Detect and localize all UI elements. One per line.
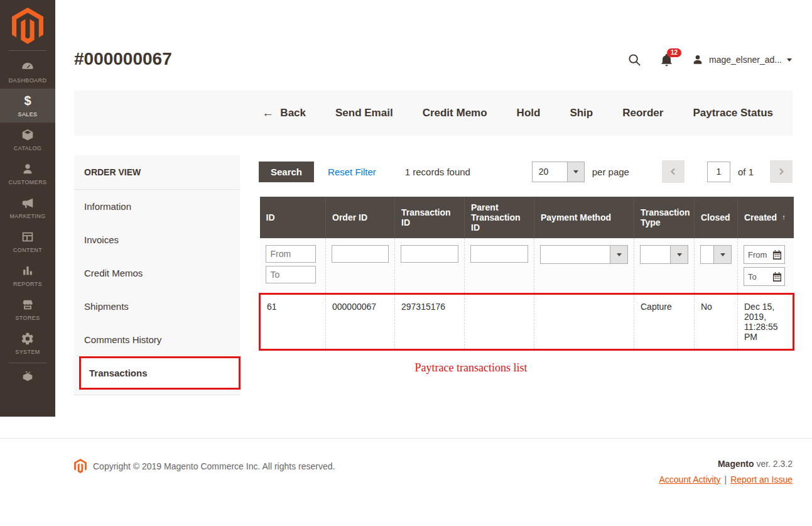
- header-actions: 12 mage_elsner_ad...: [627, 49, 792, 70]
- extensions-icon: [21, 370, 35, 383]
- sidebar-item-content[interactable]: CONTENT: [0, 224, 55, 258]
- report-an-issue-link[interactable]: Report an Issue: [730, 474, 793, 485]
- sidebar-item-label: STORES: [15, 315, 40, 321]
- send-email-button[interactable]: Send Email: [335, 107, 393, 119]
- order-view-item-comments-history[interactable]: Comments History: [74, 323, 240, 356]
- column-header-closed[interactable]: Closed: [695, 197, 738, 238]
- table-header-row: ID Order ID Transaction ID Parent Transa…: [260, 197, 794, 238]
- pager: of 1: [662, 160, 793, 183]
- notifications-button[interactable]: 12: [659, 53, 674, 67]
- sidebar-item-label: MARKETING: [9, 213, 45, 219]
- chevron-down-icon: [671, 245, 688, 264]
- sidebar: DASHBOARD $ SALES CATALOG CUSTOMERS MARK…: [0, 0, 55, 417]
- column-header-payment-method[interactable]: Payment Method: [534, 197, 634, 238]
- svg-text:$: $: [24, 94, 31, 107]
- column-header-transaction-id[interactable]: Transaction ID: [395, 197, 465, 238]
- sidebar-divider: [9, 50, 46, 51]
- user-menu[interactable]: mage_elsner_ad...: [691, 53, 792, 66]
- previous-page-button[interactable]: [662, 160, 685, 183]
- sales-icon: $: [21, 94, 35, 108]
- per-page-value: 20: [532, 162, 568, 182]
- sidebar-item-label: CUSTOMERS: [9, 179, 47, 185]
- column-header-id[interactable]: ID: [260, 197, 326, 238]
- cell-parent-transaction-id: [465, 294, 534, 350]
- global-search-button[interactable]: [627, 53, 642, 67]
- current-page-input[interactable]: [707, 162, 730, 182]
- sidebar-item-dashboard[interactable]: DASHBOARD: [0, 55, 55, 89]
- sidebar-item-label: DASHBOARD: [9, 77, 47, 84]
- page-title: #000000067: [74, 49, 172, 69]
- order-view-item-invoices[interactable]: Invoices: [74, 223, 240, 256]
- stores-icon: [21, 298, 35, 312]
- order-view-item-credit-memos[interactable]: Credit Memos: [74, 256, 240, 290]
- grid-toolbar: Search Reset Filter 1 records found 20 p…: [259, 160, 793, 183]
- column-header-created[interactable]: Created↑: [738, 197, 794, 238]
- search-button[interactable]: Search: [259, 162, 314, 182]
- search-icon: [627, 53, 642, 67]
- cell-created: Dec 15, 2019, 11:28:55 PM: [738, 294, 794, 350]
- sidebar-item-label: SALES: [18, 111, 37, 118]
- sidebar-item-customers[interactable]: CUSTOMERS: [0, 156, 55, 190]
- sidebar-item-system[interactable]: SYSTEM: [0, 326, 55, 360]
- filter-order-id-input[interactable]: [332, 245, 389, 263]
- cell-id: 61: [260, 294, 326, 350]
- customers-icon: [21, 162, 35, 176]
- filter-closed-select[interactable]: [700, 245, 732, 264]
- per-page-select[interactable]: 20: [532, 162, 585, 182]
- records-found-label: 1 records found: [405, 167, 470, 177]
- copyright-text: Copyright © 2019 Magento Commerce Inc. A…: [93, 461, 335, 471]
- calendar-icon: [772, 250, 782, 260]
- ship-button[interactable]: Ship: [570, 107, 593, 119]
- back-button[interactable]: ← Back: [262, 106, 306, 120]
- user-icon: [691, 53, 704, 66]
- chevron-down-icon: [714, 245, 732, 264]
- filter-created-from-input[interactable]: From: [744, 245, 785, 264]
- next-page-button[interactable]: [770, 160, 793, 183]
- filter-created-to-input[interactable]: To: [744, 267, 785, 286]
- column-header-order-id[interactable]: Order ID: [326, 197, 395, 238]
- hold-button[interactable]: Hold: [517, 107, 541, 119]
- column-header-transaction-type[interactable]: Transaction Type: [634, 197, 695, 238]
- filter-transaction-id-input[interactable]: [401, 245, 458, 263]
- order-view-item-transactions[interactable]: Transactions: [79, 356, 241, 390]
- sidebar-item-reports[interactable]: REPORTS: [0, 258, 55, 292]
- sidebar-item-stores[interactable]: STORES: [0, 292, 55, 326]
- order-view-item-information[interactable]: Information: [74, 190, 240, 223]
- paytrace-annotation: Paytrace transactions list: [259, 361, 683, 375]
- account-activity-link[interactable]: Account Activity: [659, 474, 720, 485]
- magento-admin-window: DASHBOARD $ SALES CATALOG CUSTOMERS MARK…: [0, 0, 812, 526]
- filter-id-from-input[interactable]: [266, 245, 316, 263]
- order-action-bar: ← Back Send Email Credit Memo Hold Ship …: [74, 90, 793, 136]
- column-header-parent-transaction-id[interactable]: Parent Transaction ID: [465, 197, 534, 238]
- back-arrow-icon: ←: [262, 106, 274, 120]
- filter-row: From To: [260, 238, 794, 294]
- order-view-panel: ORDER VIEW Information Invoices Credit M…: [74, 155, 240, 395]
- order-view-item-shipments[interactable]: Shipments: [74, 290, 240, 323]
- reports-icon: [21, 264, 35, 278]
- chevron-down-icon: [610, 245, 628, 264]
- reset-filter-link[interactable]: Reset Filter: [328, 167, 376, 177]
- transaction-table-row[interactable]: 61 000000067 297315176 Capture No Dec 15…: [260, 294, 794, 350]
- cell-order-id: 000000067: [326, 294, 395, 350]
- magento-logo[interactable]: [0, 0, 55, 50]
- sidebar-item-marketing[interactable]: MARKETING: [0, 190, 55, 224]
- footer: Copyright © 2019 Magento Commerce Inc. A…: [0, 438, 812, 526]
- filter-transaction-type-select[interactable]: [640, 245, 688, 264]
- cell-closed: No: [695, 294, 738, 350]
- sidebar-item-sales[interactable]: $ SALES: [0, 89, 55, 123]
- filter-id-to-input[interactable]: [266, 266, 316, 283]
- dashboard-icon: [21, 60, 35, 74]
- filter-payment-method-select[interactable]: [540, 245, 628, 264]
- filter-parent-transaction-id-input[interactable]: [470, 245, 528, 263]
- sidebar-item-extensions[interactable]: [0, 366, 55, 386]
- sidebar-item-label: CATALOG: [14, 145, 41, 151]
- paytrace-status-button[interactable]: Paytrace Status: [693, 107, 773, 119]
- credit-memo-button[interactable]: Credit Memo: [423, 107, 487, 119]
- chevron-down-icon: [787, 58, 792, 62]
- cell-payment-method: [534, 294, 634, 350]
- system-icon: [21, 332, 35, 346]
- reorder-button[interactable]: Reorder: [622, 107, 663, 119]
- sidebar-item-catalog[interactable]: CATALOG: [0, 123, 55, 156]
- transactions-grid: Search Reset Filter 1 records found 20 p…: [259, 160, 793, 351]
- order-view-title: ORDER VIEW: [74, 155, 240, 190]
